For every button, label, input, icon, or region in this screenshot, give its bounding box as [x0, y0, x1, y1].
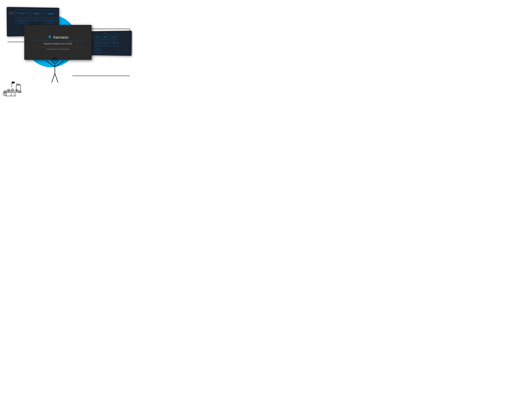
service1-sub3: Canary Deploy — [95, 48, 100, 49]
arrow-3: › — [43, 12, 44, 14]
stage1-sub2: Deploy Test Service — [19, 23, 26, 23]
service1-node: Service / Artifact One Production Checks… — [94, 35, 101, 53]
service2-node: Service / Artifact Two Canary Deploy Ver… — [101, 34, 109, 53]
service3-title2: Artifact Three — [112, 37, 117, 38]
svg-line-5 — [55, 74, 58, 82]
stage1-title: Deploy to QA / Test Artifact Suite — [17, 13, 28, 15]
right-border-bottom — [72, 76, 130, 76]
harness-logo-area: harness — [47, 35, 69, 40]
stage1-node: Deploy to QA / Test Artifact Suite Prepa… — [15, 10, 30, 24]
service3-sub2: Verify — [114, 45, 115, 46]
arrow-1: › — [14, 12, 15, 14]
stage3-title: Execute Test Artifact Against App — [45, 13, 56, 15]
svg-text:$: $ — [12, 89, 13, 91]
service1-title2: Artifact One — [95, 37, 100, 38]
harness-logo-icon — [47, 35, 52, 39]
parallel-title-label: Parallel — [105, 33, 107, 34]
harness-divider — [32, 41, 84, 41]
author-credit: By: Ravi Lachhman . Tech Evangelist — [47, 48, 69, 50]
right-arrow-parallel: › — [110, 36, 110, 53]
artifact-label: Artifact — [10, 13, 13, 13]
svg-rect-21 — [12, 82, 15, 83]
svg-line-4 — [52, 74, 55, 82]
stage2-sub1: Rolling Deploy — [34, 19, 39, 20]
svg-text:$: $ — [16, 90, 17, 91]
stage2-node: Deploy to QA / App Artifact Rolling Depl… — [31, 10, 42, 21]
svg-line-2 — [46, 61, 55, 67]
service2-sub1: Canary Deploy — [103, 42, 108, 42]
stage3-node: Execute Test Artifact Against App Prepar… — [44, 10, 57, 24]
service2-title2: Artifact Two — [103, 37, 107, 38]
factory-illustration: $ $ $ — [2, 81, 22, 97]
service3-sub1: Canary Deploy — [112, 42, 117, 42]
service2-sub2: Verify — [104, 45, 106, 46]
main-slide-title: Pipeline Patterns for CI/CD — [44, 43, 72, 45]
svg-rect-18 — [17, 83, 18, 85]
artifact-node: Artifact — [9, 10, 14, 14]
stage2-title: Deploy to QA / App Artifact — [32, 13, 41, 15]
stage1-sub1: Prepare Infrastructure — [19, 19, 26, 20]
stage3-sub1: Prepare Infrastructure — [47, 19, 54, 20]
svg-point-0 — [52, 58, 57, 63]
svg-line-3 — [55, 61, 63, 67]
service1-sub1: Production Checks — [95, 42, 100, 42]
service1-sub4: Verify — [97, 52, 98, 53]
arrow-2: › — [30, 12, 31, 14]
service3-node: Service / Artifact Three Canary Deploy V… — [111, 34, 118, 54]
service1-sub2: Acceptance Test — [95, 45, 100, 46]
right-arrow-2: › — [92, 35, 93, 36]
parallel-section: Parallel Service / Artifact One Producti… — [93, 32, 119, 54]
svg-text:$: $ — [8, 90, 9, 91]
harness-brand-name: harness — [53, 35, 69, 40]
title-divider — [33, 47, 83, 47]
main-title-screen: harness Pipeline Patterns for CI/CD By: … — [24, 25, 92, 60]
stage3-sub2: Execute Test Service — [47, 23, 54, 23]
stickman-figure — [45, 57, 65, 87]
